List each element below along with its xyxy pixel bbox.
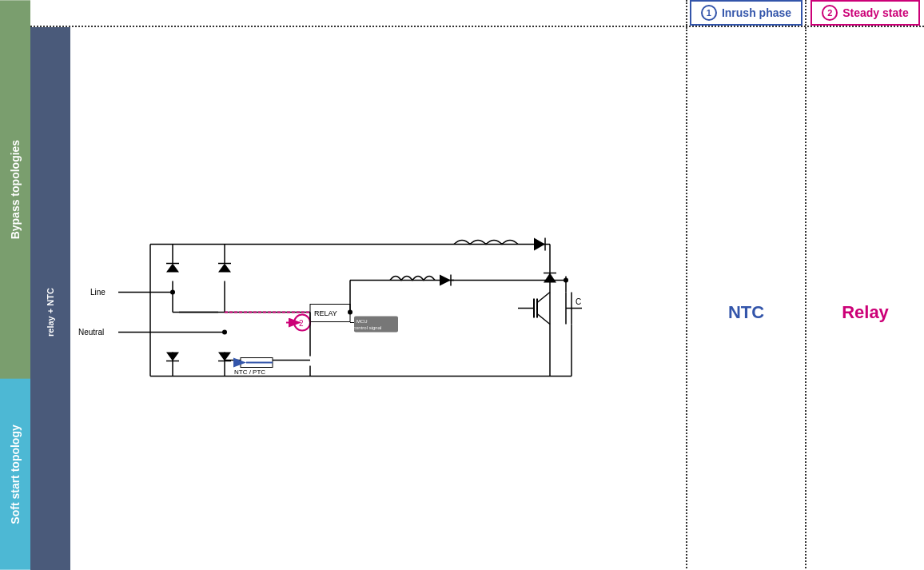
bypass-label: Bypass topologies xyxy=(0,0,30,379)
steady-label: Steady state xyxy=(842,6,908,19)
svg-marker-2 xyxy=(534,238,545,251)
header-row: 1 Inrush phase 2 Steady state xyxy=(30,0,924,27)
svg-text:control signal: control signal xyxy=(353,325,381,330)
svg-marker-63 xyxy=(440,275,451,286)
circuit-area-relay-ntc: C xyxy=(70,27,686,570)
svg-marker-20 xyxy=(166,264,179,273)
result-cols-1: NTC Relay xyxy=(687,27,924,570)
svg-text:NTC / PTC: NTC / PTC xyxy=(234,369,265,376)
inrush-phase-label: 1 Inrush phase xyxy=(687,0,805,26)
rows-container: relay + NTC xyxy=(30,27,924,570)
inrush-result-1: NTC xyxy=(687,27,805,570)
row-relay-ntc: relay + NTC xyxy=(30,27,924,570)
steady-result-1: Relay xyxy=(807,27,924,570)
svg-marker-10 xyxy=(544,273,556,283)
content-area: 1 Inrush phase 2 Steady state xyxy=(30,0,924,570)
svg-line-8 xyxy=(537,293,550,303)
svg-marker-22 xyxy=(218,264,231,273)
circuit-svg-relay-ntc: C xyxy=(70,27,686,570)
main-container: Bypass topologies Soft start topology 1 … xyxy=(0,0,924,570)
svg-text:C: C xyxy=(576,297,581,306)
soft-start-label: Soft start topology xyxy=(0,379,30,570)
svg-text:Line: Line xyxy=(90,288,106,297)
svg-text:RELAY: RELAY xyxy=(314,309,337,317)
steady-state-label: 2 Steady state xyxy=(807,0,924,26)
svg-point-66 xyxy=(564,278,568,283)
sub-label-relay-ntc: relay + NTC xyxy=(30,27,70,570)
inrush-num-circle: 1 xyxy=(701,5,717,21)
svg-text:2: 2 xyxy=(299,319,304,328)
sub-label-relay-ntc-inner: relay + NTC xyxy=(30,27,70,570)
svg-point-38 xyxy=(170,290,175,295)
steady-num-circle: 2 xyxy=(822,5,838,21)
svg-point-39 xyxy=(222,330,227,335)
svg-text:MCU: MCU xyxy=(356,319,368,324)
svg-text:Neutral: Neutral xyxy=(78,328,104,337)
svg-point-62 xyxy=(348,310,352,315)
svg-line-9 xyxy=(537,314,550,325)
inrush-label: Inrush phase xyxy=(722,6,791,19)
inrush-box: 1 Inrush phase xyxy=(690,0,803,26)
left-labels: Bypass topologies Soft start topology xyxy=(0,0,30,570)
steady-box: 2 Steady state xyxy=(810,0,919,26)
